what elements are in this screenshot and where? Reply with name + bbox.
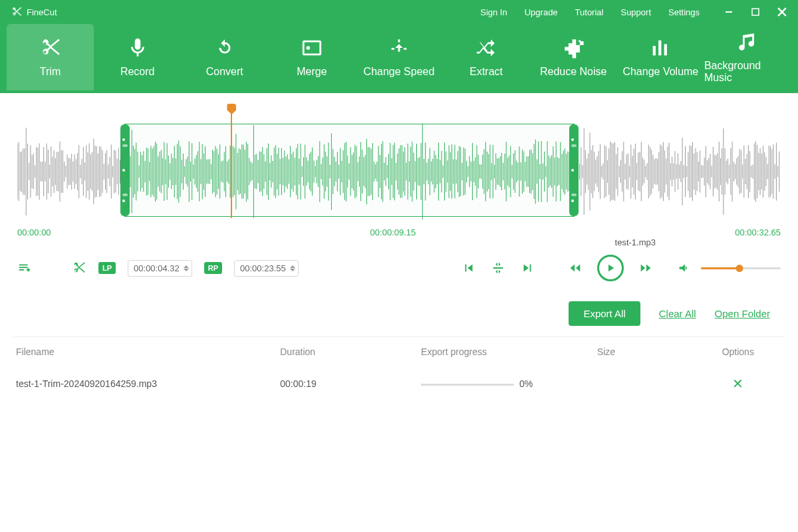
nav-upgrade[interactable]: Upgrade [525, 7, 558, 17]
volume-slider[interactable] [701, 267, 781, 269]
svg-rect-1 [752, 9, 759, 15]
progress-bar [421, 384, 514, 386]
fast-forward-icon[interactable] [638, 261, 653, 275]
tool-label: Change Speed [364, 66, 435, 78]
shuffle-icon [475, 37, 497, 59]
nav-signin[interactable]: Sign In [480, 7, 507, 17]
tool-label: Extract [469, 66, 503, 78]
minimize-icon[interactable] [724, 7, 734, 17]
tool-convert[interactable]: Convert [181, 24, 268, 90]
merge-icon [301, 37, 323, 59]
tool-reduce-noise[interactable]: Reduce Noise [530, 24, 617, 90]
time-end: 00:00:32.65 [735, 227, 781, 237]
tool-merge[interactable]: Merge [268, 24, 355, 90]
tool-change-speed[interactable]: Change Speed [355, 24, 442, 90]
tool-change-volume[interactable]: Change Volume [617, 24, 704, 90]
transport-controls [462, 255, 653, 281]
tool-background-music[interactable]: Background Music [704, 24, 791, 90]
tool-tabs: Trim Record Convert Merge Change Speed E… [0, 24, 798, 93]
refresh-icon [213, 37, 236, 59]
volume-control [677, 261, 781, 275]
export-row: Export All Clear All Open Folder [0, 301, 798, 336]
bars-icon [649, 37, 672, 59]
music-icon [736, 31, 759, 53]
tool-trim[interactable]: Trim [7, 24, 94, 90]
scissors-icon [11, 6, 23, 18]
waveform-area: 00:00:00 00:00:09.15 00:00:32.65 [0, 93, 798, 243]
tool-label: Reduce Noise [540, 66, 607, 78]
rp-input[interactable]: 00:00:23.55 [234, 260, 299, 277]
nav-settings[interactable]: Settings [668, 7, 700, 17]
now-playing-label: test-1.mp3 [615, 237, 656, 247]
tool-label: Background Music [704, 60, 791, 84]
lp-badge: LP [98, 262, 116, 274]
svg-rect-7 [658, 41, 661, 56]
export-table: Filename Duration Export progress Size O… [0, 336, 798, 401]
goto-start-icon[interactable] [462, 261, 476, 275]
cell-duration: 00:00:19 [280, 378, 421, 389]
add-to-list-icon[interactable] [17, 261, 32, 275]
selection-handle-right[interactable] [569, 124, 579, 216]
svg-rect-8 [664, 44, 667, 55]
selection-region[interactable] [124, 124, 575, 217]
speed-icon [388, 37, 410, 59]
nav-tutorial[interactable]: Tutorial [575, 7, 604, 17]
close-icon[interactable] [777, 7, 787, 17]
time-start: 00:00:00 [17, 227, 51, 237]
app-title: FineCut [27, 7, 57, 17]
tool-extract[interactable]: Extract [443, 24, 530, 90]
top-nav: Sign In Upgrade Tutorial Support Setting… [480, 7, 700, 17]
cut-icon[interactable] [72, 261, 86, 275]
rp-badge: RP [204, 262, 222, 274]
export-all-button[interactable]: Export All [569, 301, 640, 326]
waveform[interactable] [17, 105, 781, 225]
noise-icon [562, 37, 585, 59]
table-row: test-1-Trim-20240920164259.mp3 00:00:19 … [13, 366, 785, 401]
stepper-icon[interactable] [290, 262, 295, 275]
col-options: Options [694, 346, 782, 357]
playhead[interactable] [231, 108, 232, 218]
rp-value: 00:00:23.55 [240, 263, 286, 273]
nav-support[interactable]: Support [620, 7, 651, 17]
play-button[interactable] [597, 255, 624, 281]
tool-label: Convert [206, 66, 243, 78]
microphone-icon [126, 37, 149, 59]
col-filename: Filename [16, 346, 280, 357]
progress-pct: 0% [519, 378, 533, 389]
cell-filename: test-1-Trim-20240920164259.mp3 [16, 378, 280, 389]
tool-label: Change Volume [622, 66, 698, 78]
lp-value: 00:00:04.32 [134, 263, 180, 273]
scissors-icon [39, 37, 62, 59]
title-bar: FineCut Sign In Upgrade Tutorial Support… [0, 0, 798, 24]
app-logo: FineCut [11, 6, 57, 18]
rewind-icon[interactable] [568, 261, 583, 275]
svg-rect-6 [653, 46, 656, 55]
tool-label: Record [120, 66, 155, 78]
time-mid: 00:00:09.15 [370, 227, 416, 237]
maximize-icon[interactable] [750, 7, 761, 17]
controls-row: LP 00:00:04.32 RP 00:00:23.55 test-1.mp3 [0, 243, 798, 301]
zoom-fit-icon[interactable] [491, 261, 505, 275]
table-header: Filename Duration Export progress Size O… [13, 336, 785, 366]
col-size: Size [597, 346, 694, 357]
tool-record[interactable]: Record [94, 24, 181, 90]
goto-end-icon[interactable] [520, 261, 535, 275]
stepper-icon[interactable] [184, 262, 189, 275]
clear-all-link[interactable]: Clear All [659, 308, 696, 319]
selection-handle-left[interactable] [120, 124, 130, 216]
col-progress: Export progress [421, 346, 597, 357]
tool-label: Merge [297, 66, 327, 78]
window-controls [724, 7, 787, 17]
volume-icon[interactable] [677, 261, 692, 275]
tool-label: Trim [40, 66, 61, 78]
svg-point-5 [306, 46, 310, 50]
svg-rect-4 [303, 41, 321, 55]
cell-progress: 0% [421, 378, 597, 389]
open-folder-link[interactable]: Open Folder [715, 308, 770, 319]
delete-row-icon[interactable]: ✕ [694, 376, 782, 392]
lp-input[interactable]: 00:00:04.32 [128, 260, 192, 277]
time-ruler: 00:00:00 00:00:09.15 00:00:32.65 [17, 227, 781, 237]
col-duration: Duration [280, 346, 421, 357]
